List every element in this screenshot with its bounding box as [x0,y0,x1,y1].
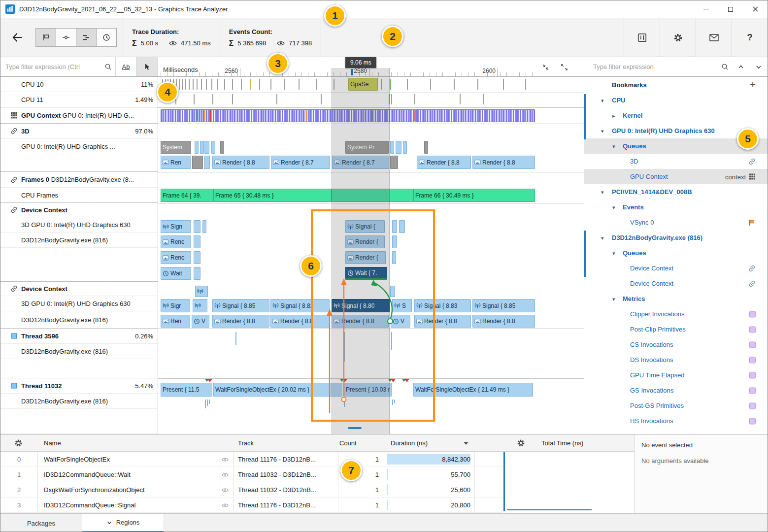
timeline-bar[interactable]: Frame 66 { 30.49 ms } [413,189,535,202]
timeline-bar[interactable] [195,286,208,297]
timeline-bar[interactable] [211,141,215,154]
timeline-bar[interactable] [192,156,203,169]
bookmark-item-3d[interactable]: 3D [584,154,768,169]
timeline-row-label[interactable]: GPU Context GPU 0: Intel(R) UHD G... [0,107,158,124]
chevron-down-icon[interactable] [612,204,615,210]
timeline-bar[interactable] [194,220,200,233]
timeline-row-label[interactable] [0,359,158,378]
timeline-bar[interactable]: V [192,315,209,328]
zoom-to-selection-button[interactable] [538,60,552,74]
column-header-total-time[interactable]: Total Time (ns) [541,434,583,452]
timeline-bar[interactable]: Renc [161,235,191,248]
bookmark-item-cs-invocations[interactable]: CS Invocations [584,337,768,352]
column-header-name[interactable]: Name [44,434,61,452]
timeline-bar[interactable]: WaitForSingleObjectEx { 20.02 ms } [213,383,342,397]
bookmark-item-clipper-invocations[interactable]: Clipper Invocations [584,306,768,322]
add-bookmark-button[interactable]: + [750,79,756,91]
timeline-bar[interactable]: Signal { 8.85 [472,299,535,312]
column-header-track[interactable]: Track [238,434,254,452]
timeline-row-label[interactable]: Thread 35960.26% [0,329,158,344]
timeline-bar[interactable]: Wait { 7. [345,267,387,280]
timeline-row-label[interactable]: 3D GPU 0: Intel(R) UHD Graphics 630 [0,217,158,233]
bookmark-item-hs-invocations[interactable]: HS Invocations [584,413,768,429]
column-header-duration[interactable]: Duration (ns) [391,434,468,452]
bookmark-item-vsync-0[interactable]: VSync 0 [584,215,768,230]
minimize-button[interactable] [694,0,718,18]
timeline-row-label[interactable]: Thread 110325.47% [0,378,158,394]
timeline-bar[interactable] [200,141,204,154]
bookmark-item-events[interactable]: Events [584,200,768,215]
back-button[interactable] [0,32,34,43]
chevron-down-icon[interactable] [612,143,615,149]
timeline-bar[interactable] [399,220,405,233]
bookmark-item-device-context[interactable]: Device Context [584,261,768,276]
timeline-bar[interactable]: Signal { 8.85 [212,299,269,312]
bookmark-item-pci-ven-1414-dev-008b[interactable]: PCI\VEN_1414&DEV_008B [584,184,768,200]
timeline-bar[interactable]: System [161,141,191,154]
bookmark-item-gs-invocations[interactable]: GS Invocations [584,383,768,398]
timeline-bar[interactable] [195,141,199,154]
timeline-row-label[interactable] [0,409,158,434]
bookmarks-filter-input[interactable] [584,63,717,70]
timeline-bar[interactable]: S [392,299,412,312]
timeline-bar[interactable]: Present { 11.5 [161,383,212,397]
timeline-bar[interactable] [202,220,206,233]
timeline-row-label[interactable] [0,154,158,172]
table-row[interactable]: 1ID3D12CommandQueue::WaitThread 11032 - … [0,467,503,482]
chevron-down-icon[interactable] [601,128,604,134]
bookmark-item-device-context[interactable]: Device Context [584,276,768,291]
timeline-bar[interactable] [332,189,413,202]
timeline-bar[interactable] [204,156,210,169]
timeline-bar[interactable]: Sign [161,220,191,233]
timeline-bar[interactable] [390,286,395,297]
timeline-bar[interactable]: Render { 8.8 [212,156,269,169]
chevron-down-icon[interactable] [601,189,604,195]
bookmark-item-metrics[interactable]: Metrics [584,291,768,306]
timeline-bar[interactable]: V [391,315,410,328]
tab-regions[interactable]: Regions [82,514,164,532]
bookmark-item-post-clip-primitives[interactable]: Post-Clip Primitives [584,322,768,337]
timeline-bar[interactable]: Signal { 8.82 [270,299,330,312]
previous-bookmark-button[interactable] [732,57,750,76]
timeline-row-label[interactable]: D3D12nBodyGravity.exe (816) [0,311,158,329]
timeline-row-label[interactable]: 3D GPU 0: Intel(R) UHD Graphics 630 [0,296,158,311]
timeline-bar[interactable] [424,141,428,154]
timeline-bar[interactable] [204,141,209,154]
timeline-bar[interactable]: Frame 65 { 30.48 ms } [213,189,332,202]
timeline-bar[interactable]: GpaSe [348,78,378,91]
timeline-bar[interactable]: Render { 8.8 [414,315,471,328]
timeline-bar[interactable]: Render { 8.8 [270,315,330,328]
frame-markers-toggle-button[interactable] [35,28,56,47]
table-row[interactable]: 3ID3D12CommandQueue::SignalThread 11176 … [0,498,503,513]
bookmark-item-d3d12nbodygravity-exe-816-[interactable]: D3D12nBodyGravity.exe (816) [584,230,768,245]
timeline-bar[interactable] [392,235,397,248]
close-button[interactable] [743,0,768,18]
timeline-bar[interactable]: Render { 8.8 [417,156,471,169]
select-tool-button[interactable] [136,57,158,76]
help-button[interactable]: ? [732,18,768,57]
timeline-bar[interactable] [194,267,200,280]
table-settings-icon[interactable] [517,439,525,447]
timeline-row-label[interactable]: D3D12nBodyGravity.exe (816) [0,394,158,409]
chevron-down-icon[interactable] [601,97,604,103]
timeline-bar[interactable] [193,299,207,312]
bookmark-item-post-gs-primitives[interactable]: Post-GS Primitives [584,398,768,413]
next-bookmark-button[interactable] [750,57,768,76]
timeline-row-label[interactable]: Device Context [0,203,158,217]
timeline-bar[interactable]: Renc [161,251,191,264]
timeline-bar[interactable]: Signal { [345,220,385,233]
table-row[interactable]: 0WaitForSingleObjectExThread 11176 - D3D… [0,452,503,467]
bookmark-item-cpu[interactable]: CPU [584,93,768,108]
timeline-bar[interactable] [392,220,397,233]
timeline-filter-input[interactable] [0,57,100,76]
timeline-row-label[interactable]: D3D12nBodyGravity.exe (816) [0,233,158,248]
bookmark-item-queues[interactable]: Queues [584,245,768,261]
tab-packages[interactable]: Packages [0,514,82,532]
bookmark-item-gpu-time-elapsed[interactable]: GPU Time Elapsed [584,367,768,383]
table-settings-icon[interactable] [14,439,23,447]
timeline-bar[interactable] [194,251,200,264]
timeline-bar[interactable]: Frame 64 { 39. [161,189,213,202]
timeline-bar[interactable]: Signal { 8.80 [332,299,390,312]
timeline-bar[interactable]: Render { 8.8 [332,315,389,328]
timeline-row-label[interactable] [0,248,158,282]
